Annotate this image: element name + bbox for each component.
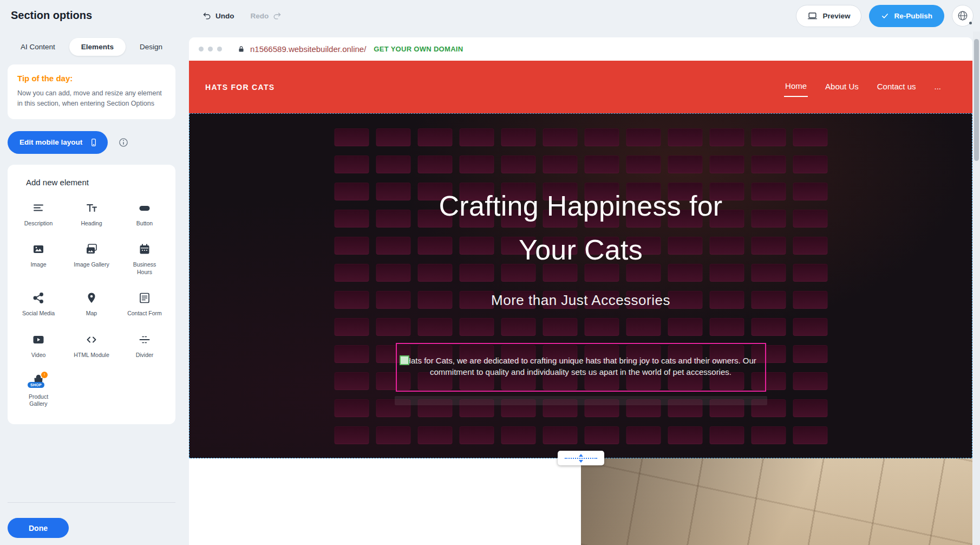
- tab-ai-content[interactable]: AI Content: [14, 38, 62, 56]
- hero-tile: [417, 426, 452, 444]
- sidebar-divider: [8, 502, 175, 503]
- undo-button[interactable]: Undo: [202, 11, 234, 21]
- divider-icon: [138, 332, 151, 348]
- element-image-gallery[interactable]: Image Gallery: [65, 241, 118, 276]
- preview-button[interactable]: Preview: [796, 5, 861, 27]
- calendar-icon: [138, 241, 151, 257]
- preview-label: Preview: [822, 12, 850, 20]
- element-description[interactable]: Description: [12, 200, 65, 228]
- tab-design[interactable]: Design: [133, 38, 169, 56]
- element-label: Product Gallery: [21, 393, 56, 408]
- info-icon: [118, 137, 129, 148]
- next-section: [189, 458, 972, 545]
- text-element-selection-box: Hats for Cats, we are dedicated to craft…: [396, 343, 766, 392]
- hero-tile: [543, 128, 577, 146]
- language-globe-button[interactable]: [952, 5, 974, 27]
- check-icon: [881, 12, 889, 20]
- hero-title[interactable]: Crafting Happiness for Your Cats: [189, 184, 972, 271]
- button-icon: [138, 200, 151, 216]
- hero-tile: [668, 128, 702, 146]
- hero-tile: [334, 426, 369, 444]
- tip-heading: Tip of the day:: [17, 74, 166, 83]
- element-image[interactable]: Image: [12, 241, 65, 276]
- hero-tile: [793, 128, 827, 146]
- hero-tile: [793, 155, 827, 173]
- hero-tile: [376, 155, 410, 173]
- hero-tile: [709, 318, 744, 336]
- add-new-element-panel: Add new element Description Heading: [8, 165, 175, 424]
- element-product-gallery[interactable]: SHOP ↑ Product Gallery: [12, 373, 65, 408]
- shop-badge: SHOP: [28, 382, 44, 388]
- element-map[interactable]: Map: [65, 290, 118, 317]
- site-logo[interactable]: HATS FOR CATS: [205, 83, 275, 92]
- hero-text-block: Crafting Happiness for Your Cats More th…: [189, 184, 972, 309]
- globe-icon: [957, 10, 969, 22]
- hero-tile: [793, 426, 827, 444]
- hero-section[interactable]: Crafting Happiness for Your Cats More th…: [189, 113, 972, 458]
- hero-tile: [751, 426, 786, 444]
- element-social-media[interactable]: Social Media: [12, 290, 65, 317]
- element-label: Button: [136, 220, 153, 228]
- tab-elements[interactable]: Elements: [69, 38, 126, 56]
- element-highlight-bar: [395, 396, 767, 405]
- site-url: n1566589.websitebuilder.online/: [250, 44, 366, 54]
- page-scrollbar[interactable]: [973, 31, 980, 545]
- phone-icon: [89, 138, 98, 147]
- element-video[interactable]: Video: [12, 332, 65, 359]
- element-heading[interactable]: Heading: [65, 200, 118, 228]
- lock-icon: [237, 45, 245, 53]
- redo-button[interactable]: Redo: [251, 11, 282, 21]
- hero-tile: [626, 318, 661, 336]
- contact-form-icon: [138, 290, 151, 306]
- nav-home[interactable]: Home: [784, 77, 808, 97]
- arrow-down-icon: [579, 460, 583, 463]
- hero-tile: [334, 372, 369, 390]
- monitor-icon: [807, 11, 818, 21]
- resize-knob[interactable]: [400, 355, 409, 365]
- hero-title-line1: Crafting Happiness for: [189, 184, 972, 228]
- hero-tile: [376, 128, 410, 146]
- hero-tile: [626, 155, 661, 173]
- section-resize-handle[interactable]: [558, 451, 604, 465]
- hero-tile: [668, 318, 702, 336]
- notification-dot: [969, 22, 972, 24]
- scrollbar-thumb[interactable]: [974, 39, 979, 161]
- history-controls: Undo Redo: [202, 0, 282, 31]
- image-gallery-icon: [85, 241, 98, 257]
- hero-subtitle[interactable]: More than Just Accessories: [189, 292, 972, 309]
- hero-tile: [501, 128, 535, 146]
- edit-mobile-layout-button[interactable]: Edit mobile layout: [8, 131, 108, 154]
- hero-tile: [709, 426, 744, 444]
- nav-more[interactable]: ...: [933, 77, 942, 96]
- description-icon: [32, 200, 45, 216]
- element-html-module[interactable]: HTML Module: [65, 332, 118, 359]
- hero-tile: [417, 128, 452, 146]
- nav-contact-us[interactable]: Contact us: [876, 77, 917, 96]
- hero-tile: [668, 155, 702, 173]
- element-button[interactable]: Button: [118, 200, 171, 228]
- map-pin-icon: [85, 290, 98, 306]
- element-contact-form[interactable]: Contact Form: [118, 290, 171, 317]
- share-icon: [32, 290, 45, 306]
- element-label: HTML Module: [74, 352, 109, 359]
- hero-tile: [751, 155, 786, 173]
- hero-paragraph[interactable]: Hats for Cats, we are dedicated to craft…: [397, 355, 765, 378]
- topbar-actions: Preview Re-Publish: [796, 0, 974, 31]
- browser-chrome: n1566589.websitebuilder.online/ GET YOUR…: [189, 37, 972, 61]
- site-nav: Home About Us Contact us ...: [784, 77, 942, 97]
- info-button[interactable]: [117, 137, 129, 148]
- done-button[interactable]: Done: [8, 518, 69, 538]
- hero-tile: [376, 426, 410, 444]
- republish-button[interactable]: Re-Publish: [869, 5, 944, 27]
- element-label: Map: [86, 310, 97, 317]
- hero-tile: [459, 318, 494, 336]
- element-business-hours[interactable]: Business Hours: [118, 241, 171, 276]
- element-divider[interactable]: Divider: [118, 332, 171, 359]
- hero-tile: [417, 318, 452, 336]
- page-title: Section options: [11, 9, 92, 22]
- nav-about-us[interactable]: About Us: [824, 77, 860, 96]
- hero-tile: [334, 345, 369, 363]
- edit-mobile-label: Edit mobile layout: [19, 138, 82, 146]
- hero-tile: [584, 426, 619, 444]
- get-domain-link[interactable]: GET YOUR OWN DOMAIN: [374, 45, 463, 53]
